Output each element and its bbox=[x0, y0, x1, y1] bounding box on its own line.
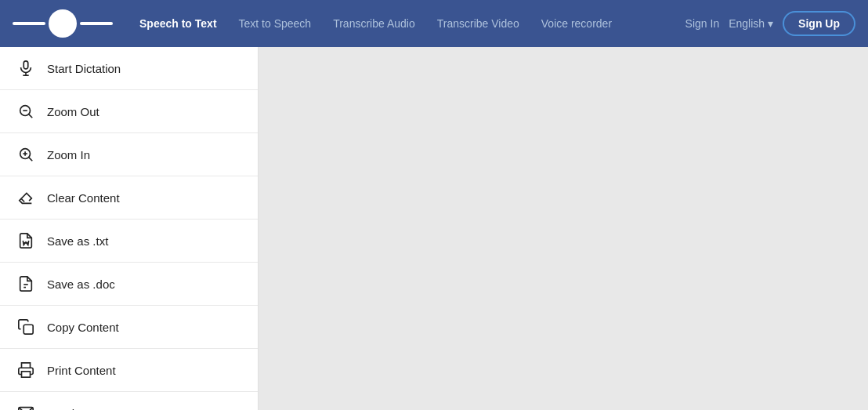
sidebar-item-label: Save as .doc bbox=[47, 278, 115, 291]
language-label: English bbox=[729, 17, 765, 30]
nav-voice-recorder[interactable]: Voice recorder bbox=[533, 13, 620, 34]
sidebar-item-copy-content[interactable]: Copy Content bbox=[0, 306, 258, 349]
mail-icon bbox=[16, 403, 36, 410]
signup-button[interactable]: Sign Up bbox=[783, 11, 855, 36]
nav-links: Speech to Text Text to Speech Transcribe… bbox=[132, 13, 667, 34]
svg-line-5 bbox=[29, 114, 33, 118]
save-txt-icon bbox=[16, 230, 36, 251]
svg-line-9 bbox=[29, 158, 33, 161]
sidebar-item-label: Start Dictation bbox=[47, 62, 121, 75]
mic-icon bbox=[16, 58, 36, 78]
svg-rect-14 bbox=[24, 325, 33, 334]
sidebar-item-clear-content[interactable]: Clear Content bbox=[0, 176, 258, 220]
svg-rect-0 bbox=[24, 61, 28, 69]
language-button[interactable]: English ▾ bbox=[729, 17, 773, 30]
nav-text-to-speech[interactable]: Text to Speech bbox=[231, 13, 320, 34]
logo bbox=[13, 9, 113, 38]
header-right: Sign In English ▾ Sign Up bbox=[685, 11, 855, 36]
sidebar-item-label: Save as .txt bbox=[47, 234, 108, 248]
sidebar-item-label: Print Content bbox=[47, 364, 116, 377]
main-layout: Start Dictation Zoom Out Zoom In Clear C… bbox=[0, 47, 868, 410]
sidebar-item-zoom-in[interactable]: Zoom In bbox=[0, 133, 258, 176]
sidebar-item-label: Zoom In bbox=[47, 148, 90, 161]
save-doc-icon bbox=[16, 274, 36, 294]
nav-speech-to-text[interactable]: Speech to Text bbox=[132, 13, 225, 34]
print-icon bbox=[16, 360, 36, 380]
eraser-icon bbox=[16, 187, 36, 208]
sidebar-item-label: Zoom Out bbox=[47, 105, 99, 118]
logo-line-right bbox=[80, 22, 113, 25]
sidebar-item-zoom-out[interactable]: Zoom Out bbox=[0, 90, 258, 133]
chevron-down-icon: ▾ bbox=[768, 17, 773, 30]
content-area[interactable] bbox=[259, 47, 868, 410]
nav-transcribe-video[interactable]: Transcribe Video bbox=[429, 13, 527, 34]
sidebar-item-label: Send Content bbox=[47, 407, 119, 411]
zoom-out-icon bbox=[16, 101, 36, 122]
copy-icon bbox=[16, 317, 36, 337]
sidebar-item-save-txt[interactable]: Save as .txt bbox=[0, 220, 258, 263]
svg-rect-15 bbox=[22, 372, 31, 377]
sidebar-item-save-doc[interactable]: Save as .doc bbox=[0, 263, 258, 306]
svg-line-10 bbox=[22, 199, 25, 202]
sidebar-item-print-content[interactable]: Print Content bbox=[0, 349, 258, 392]
sidebar-item-label: Clear Content bbox=[47, 191, 120, 205]
sidebar-item-label: Copy Content bbox=[47, 321, 119, 334]
nav-transcribe-audio[interactable]: Transcribe Audio bbox=[325, 13, 423, 34]
logo-circle bbox=[49, 9, 77, 38]
zoom-in-icon bbox=[16, 144, 36, 165]
sidebar: Start Dictation Zoom Out Zoom In Clear C… bbox=[0, 47, 259, 410]
sidebar-item-send-content[interactable]: Send Content bbox=[0, 392, 258, 410]
sidebar-item-start-dictation[interactable]: Start Dictation bbox=[0, 47, 258, 90]
sign-in-link[interactable]: Sign In bbox=[685, 17, 720, 30]
header: Speech to Text Text to Speech Transcribe… bbox=[0, 0, 868, 47]
logo-line-left bbox=[13, 22, 45, 25]
